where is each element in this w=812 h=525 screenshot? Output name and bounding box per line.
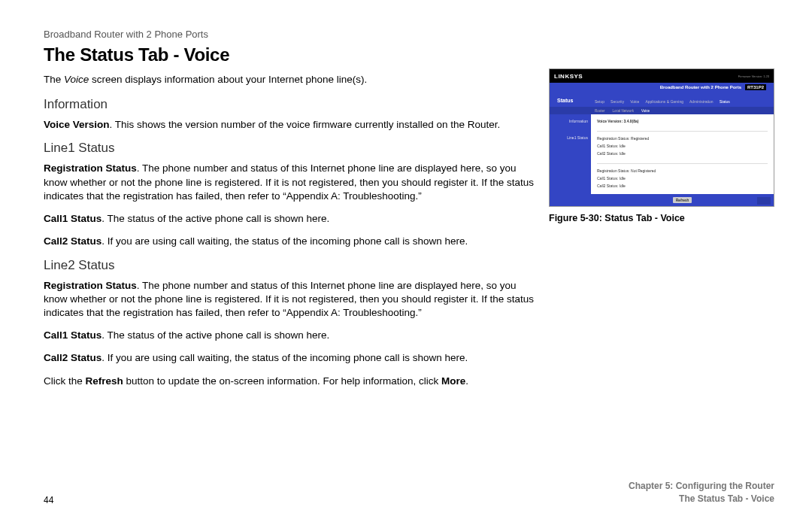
voice-version-para: Voice Version. This shows the version nu…	[44, 118, 535, 132]
ss-bottom-bar: Refresh	[591, 194, 774, 206]
line1-call1-para: Call1 Status. The status of the active p…	[44, 212, 535, 226]
line1-call1-label: Call1 Status	[44, 213, 102, 224]
page-number: 44	[44, 495, 53, 505]
ss-main-panel: Voice Version: 3.4.0(8a) Registration St…	[591, 114, 774, 206]
ss-tab-setup: Setup	[595, 99, 604, 104]
ss-header-bar: Broadband Router with 2 Phone Ports RT31…	[550, 83, 774, 107]
router-ui-screenshot: LINKSYS Firmware Version: 1.20 Broadband…	[549, 68, 774, 207]
ss-tab-admin: Administration	[689, 99, 714, 104]
line2-call2-text: . If you are using call waiting, the sta…	[102, 352, 468, 363]
ss-side-information: Information	[553, 119, 588, 123]
line2-reg-label: Registration Status	[44, 280, 137, 291]
line1-reg-para: Registration Status. The phone number an…	[44, 162, 535, 203]
ss-tab-status: Status	[720, 99, 730, 104]
intro-post: screen displays information about your I…	[89, 74, 367, 85]
line2-call1-text: . The status of the active phone call is…	[102, 329, 329, 341]
ss-tab-voice: Voice	[630, 99, 639, 104]
ss-l2-reg: Registration Status: Not Registered	[597, 168, 768, 173]
line1-call2-text: . If you are using call waiting, the sta…	[102, 235, 468, 247]
closing-para: Click the Refresh button to update the o…	[44, 375, 535, 388]
ss-voice-version: Voice Version: 3.4.0(8a)	[597, 119, 768, 123]
ss-product-name: Broadband Router with 2 Phone Ports RT31…	[660, 85, 766, 90]
line1-call1-text: . The status of the active phone call is…	[102, 213, 329, 224]
line2-heading: Line2 Status	[44, 258, 535, 273]
line1-heading: Line1 Status	[44, 141, 535, 156]
ss-tab-security: Security	[611, 99, 624, 104]
closing-end: .	[465, 375, 468, 387]
line2-call1-label: Call1 Status	[44, 329, 102, 341]
closing-mid: button to update the on-screen informati…	[123, 375, 441, 387]
ss-nav-tabs: Setup Security Voice Applications & Gami…	[595, 99, 730, 104]
ss-subtab-local: Local Network	[613, 109, 635, 113]
closing-pre: Click the	[44, 375, 86, 387]
line2-call1-para: Call1 Status. The status of the active p…	[44, 329, 535, 342]
intro-emphasis: Voice	[64, 74, 89, 85]
line2-reg-para: Registration Status. The phone number an…	[44, 279, 535, 320]
ss-l1-reg: Registration Status: Registered	[597, 136, 768, 141]
footer-chapter: Chapter 5: Configuring the Router	[629, 480, 774, 493]
product-header: Broadband Router with 2 Phone Ports	[44, 29, 774, 40]
page-title: The Status Tab - Voice	[44, 44, 774, 65]
ss-product-text: Broadband Router with 2 Phone Ports	[660, 85, 741, 90]
ss-subtab-router: Router	[595, 109, 605, 113]
ss-l2-c1: Call1 Status: Idle	[597, 176, 768, 181]
ss-model: RT31P2	[745, 84, 766, 90]
page-footer: 44 Chapter 5: Configuring the Router The…	[44, 480, 774, 505]
line2-call2-label: Call2 Status	[44, 352, 102, 363]
ss-tab-apps: Applications & Gaming	[645, 99, 683, 104]
ss-side-line1: Line1 Status	[553, 135, 588, 140]
ss-refresh-button: Refresh	[673, 197, 692, 203]
figure-column: LINKSYS Firmware Version: 1.20 Broadband…	[549, 68, 774, 223]
ss-firmware: Firmware Version: 1.20	[738, 74, 769, 78]
closing-refresh: Refresh	[86, 375, 123, 387]
figure-caption: Figure 5-30: Status Tab - Voice	[549, 213, 774, 223]
voice-version-label: Voice Version	[44, 119, 110, 130]
ss-l1-c1: Call1 Status: Idle	[597, 144, 768, 148]
footer-subtitle: The Status Tab - Voice	[629, 493, 774, 505]
body-text-column: The Voice screen displays information ab…	[44, 73, 535, 397]
line2-call2-para: Call2 Status. If you are using call wait…	[44, 351, 535, 365]
linksys-logo: LINKSYS	[554, 73, 583, 80]
line1-call2-label: Call2 Status	[44, 235, 102, 247]
intro-paragraph: The Voice screen displays information ab…	[44, 73, 535, 86]
content-layout: The Voice screen displays information ab…	[44, 73, 774, 397]
ss-l1-c2: Call2 Status: Idle	[597, 151, 768, 156]
ss-l2-c2: Call2 Status: Idle	[597, 184, 768, 188]
voice-version-text: . This shows the version number of the v…	[110, 119, 501, 130]
cisco-logo-icon	[757, 197, 771, 205]
intro-pre: The	[44, 74, 64, 85]
closing-more: More	[441, 375, 465, 387]
ss-body: Information Line1 Status Voice Version: …	[550, 114, 774, 206]
ss-subtab-voice: Voice	[641, 109, 650, 113]
ss-subtabs: Router Local Network Voice	[550, 107, 774, 114]
ss-section-label: Status	[557, 98, 573, 103]
line1-call2-para: Call2 Status. If you are using call wait…	[44, 235, 535, 248]
ss-topbar: LINKSYS Firmware Version: 1.20	[550, 69, 774, 83]
line1-reg-label: Registration Status	[44, 162, 137, 174]
ss-sidebar: Information Line1 Status	[550, 114, 591, 206]
footer-chapter-info: Chapter 5: Configuring the Router The St…	[629, 480, 774, 505]
information-heading: Information	[44, 97, 535, 112]
